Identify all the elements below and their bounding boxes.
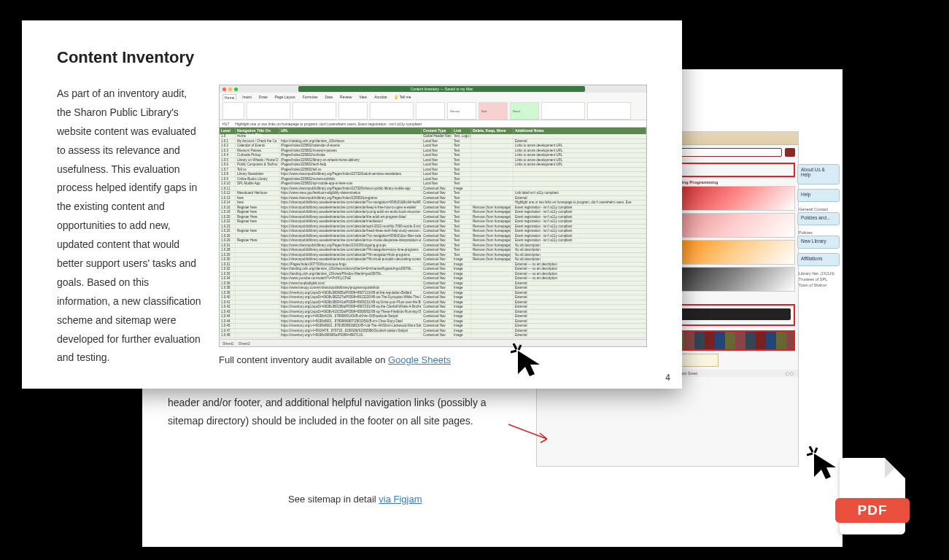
- formula-text: Highlight one or two links on homepage t…: [235, 122, 422, 126]
- table-row: 1.0.48https://inventory.org/v-l=0638v380…: [220, 333, 646, 338]
- sheet-tab: Sheet2: [239, 341, 250, 346]
- minimize-icon: [228, 88, 232, 91]
- sidebar-sub: Trustees of SPL: [797, 276, 840, 282]
- ribbon-tab: Data: [323, 94, 334, 101]
- window-title: Content Inventory — Saved to my Mac: [298, 86, 585, 92]
- spreadsheet-area: Content Inventory — Saved to my Mac Home…: [219, 85, 647, 368]
- hdr-ltype: Link Type: [452, 128, 471, 134]
- caption-prefix: Full content inventory audit available o…: [219, 354, 388, 365]
- sidebar-about-help: About Us & Help: [797, 164, 840, 184]
- sidebar-annotation: About Us & Help Help General Contact Pol…: [797, 164, 840, 288]
- event-thumb: [670, 186, 795, 211]
- back-page-body-text: header and/or footer, and additional hel…: [168, 394, 518, 430]
- tool-group: [370, 102, 414, 120]
- hdr-nav: Navigation Title On-Page Link Title: [236, 128, 279, 134]
- tell-me: 💡 Tell me: [392, 94, 412, 101]
- hdr-url: URL: [279, 128, 422, 134]
- footer-social-icons: ▢ ▢: [786, 371, 794, 376]
- sidebar-sub: Library Net. (OCLN): [797, 271, 840, 276]
- page-fold-icon: [885, 458, 905, 478]
- ribbon-tab: Insert: [241, 94, 253, 101]
- hdr-dkm: Delete, Keep, Move: [471, 128, 514, 134]
- ribbon-tools: Normal Bad Good: [222, 102, 643, 120]
- cursor-click-icon: [807, 446, 843, 483]
- inventory-paragraph: As part of an inventory audit, the Sharo…: [57, 85, 203, 368]
- ribbon-tab: Home: [222, 94, 236, 101]
- page-title: Content Inventory: [57, 48, 647, 67]
- ribbon-tab: Acrobat: [373, 94, 388, 101]
- tool-group-bad: Bad: [479, 102, 508, 120]
- page-number: 4: [665, 373, 670, 383]
- event-thumb: [670, 240, 795, 265]
- kanopy-block: [670, 308, 791, 322]
- front-body: As part of an inventory audit, the Sharo…: [57, 85, 647, 368]
- search-button-icon: [785, 148, 795, 157]
- tool-group: [247, 102, 290, 120]
- tool-group-good: Good: [510, 102, 539, 120]
- tool-group: [587, 102, 631, 120]
- tool-group: [416, 102, 445, 120]
- sidebar-policies: Policies and...: [797, 212, 840, 225]
- event-thumb: [670, 267, 795, 292]
- sheet-footer: Sheet1 Sheet2: [220, 339, 646, 346]
- hdr-level: Level: [220, 128, 236, 134]
- spreadsheet-grid: 1.0HomeGlobal Header NavText, Logo (imag…: [220, 134, 646, 338]
- cursor-click-icon: [511, 343, 547, 380]
- sidebar-help: Help: [797, 189, 840, 202]
- sidebar-affiliations: Affiliations: [797, 253, 840, 266]
- pdf-file-icon[interactable]: PDF: [840, 458, 905, 534]
- ribbon-tab: Review: [338, 94, 353, 101]
- event-thumb: [670, 213, 795, 238]
- column-headers: Level Navigation Title On-Page Link Titl…: [220, 128, 646, 134]
- excel-ribbon: HomeInsertDrawPage LayoutFormulasDataRev…: [220, 93, 646, 120]
- sidebar-sub: Town of Sharon: [797, 282, 840, 288]
- right-column: Ongoing Programming: [670, 180, 795, 300]
- tool-group: [293, 102, 336, 120]
- tool-group: [541, 102, 585, 120]
- sidebar-sub: General Contact: [797, 206, 840, 212]
- formula-bar: H17 Highlight one or two links on homepa…: [220, 120, 646, 128]
- pdf-page-shape: PDF: [840, 458, 905, 534]
- sidebar-sub: Policies: [797, 230, 840, 236]
- close-icon: [222, 88, 226, 91]
- sheet-tab: Sheet1: [222, 341, 234, 346]
- ribbon-tab: View: [357, 94, 368, 101]
- front-document-page: Content Inventory As part of an inventor…: [22, 20, 682, 389]
- spreadsheet-caption: Full content inventory audit available o…: [219, 354, 647, 365]
- tool-group: [222, 102, 244, 120]
- sitemap-caption-prefix: See sitemap in detail: [288, 494, 379, 505]
- sidebar-new-library: New Library: [797, 236, 840, 249]
- tool-group: Normal: [447, 102, 476, 120]
- hdr-notes: Additional Notes: [514, 128, 646, 134]
- ribbon-tab: Formulas: [301, 94, 319, 101]
- hdr-ctype: Content Type: [422, 128, 452, 134]
- ribbon-tab: Page Layout: [274, 94, 297, 101]
- right-col-heading: Ongoing Programming: [670, 180, 795, 184]
- excel-spreadsheet-screenshot: Content Inventory — Saved to my Mac Home…: [219, 85, 647, 347]
- sitemap-caption: See sitemap in detail via Figjam: [288, 494, 422, 505]
- zoom-icon: [234, 88, 238, 91]
- figjam-link[interactable]: via Figjam: [379, 494, 422, 505]
- pdf-label: PDF: [835, 498, 910, 523]
- kanopy-logo: [670, 308, 791, 320]
- mac-titlebar: Content Inventory — Saved to my Mac: [220, 85, 646, 93]
- tool-group: [338, 102, 368, 120]
- ribbon-tab: Draw: [257, 94, 269, 101]
- ribbon-tabs: HomeInsertDrawPage LayoutFormulasDataRev…: [222, 94, 643, 101]
- google-sheets-link[interactable]: Google Sheets: [388, 354, 451, 365]
